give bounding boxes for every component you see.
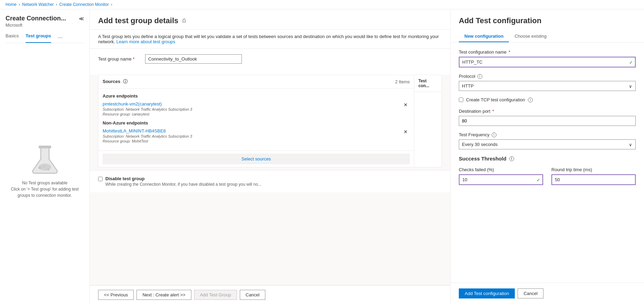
tabs: New configuration Choose existing <box>459 31 636 42</box>
sidebar-subtitle: Microsoft <box>6 23 84 28</box>
bottom-bar: << Previous Next : Create alert >> Add T… <box>90 285 450 304</box>
breadcrumb-create-connection-monitor[interactable]: Create Connection Monitor <box>59 2 109 7</box>
nav-test-groups[interactable]: Test groups <box>26 33 51 43</box>
right-panel-body: Test configuration name ✓ Protocol i HTT… <box>451 43 644 283</box>
endpoint-sub-2: Subscription: Network Traffic Analytics … <box>103 134 401 138</box>
test-config-panel: Test con... <box>414 75 442 167</box>
learn-more-link[interactable]: Learn more about test groups <box>116 39 176 44</box>
checks-failed-input[interactable] <box>459 174 543 185</box>
test-config-name-label: Test configuration name <box>459 49 636 55</box>
test-frequency-field: Test Frequency i Every 30 seconds Every … <box>459 132 636 149</box>
test-config-header: Test con... <box>414 75 442 92</box>
panel-description: A Test group lets you define a logical g… <box>90 30 450 49</box>
protocol-select[interactable]: HTTP TCP ICMP <box>459 81 636 91</box>
protocol-info-icon[interactable]: i <box>477 74 482 79</box>
cancel-btn[interactable]: Cancel <box>240 290 265 300</box>
right-cancel-btn[interactable]: Cancel <box>518 288 543 298</box>
checks-failed-checkmark: ✓ <box>537 177 540 182</box>
azure-endpoints-title: Azure endpoints <box>103 93 410 99</box>
endpoint-item-2: MohittestLA_MININT-HB4SBE8 Subscription:… <box>103 128 410 143</box>
success-threshold-info-icon[interactable]: i <box>509 156 514 161</box>
sidebar-illustration: No Test groups available Click on '+ Tes… <box>6 43 84 298</box>
endpoint-name-1[interactable]: pmtestchunk-vm2(canarytest) <box>103 101 401 107</box>
breadcrumb-network-watcher[interactable]: Network Watcher <box>22 2 54 7</box>
disable-desc: While creating the Connection Monitor, i… <box>105 182 262 187</box>
endpoint-sub-1: Subscription: Network Traffic Analytics … <box>103 107 401 111</box>
disable-checkbox[interactable] <box>98 177 103 181</box>
print-icon[interactable]: ⎙ <box>182 18 186 24</box>
sidebar-title-text: Create Connection... <box>6 15 66 22</box>
sources-content: Azure endpoints pmtestchunk-vm2(canaryte… <box>98 89 414 150</box>
next-btn[interactable]: Next : Create alert >> <box>136 290 191 300</box>
test-group-name-section: Test group name <box>90 49 450 75</box>
sources-header: Sources ⓘ 2 Items <box>98 75 414 89</box>
sidebar-empty-text: No Test groups available Click on '+ Tes… <box>11 180 78 199</box>
disable-area: Disable test group While creating the Co… <box>90 170 450 192</box>
svg-point-2 <box>38 166 41 169</box>
previous-btn[interactable]: << Previous <box>98 290 134 300</box>
checkmark-icon: ✓ <box>629 59 633 65</box>
destination-port-input[interactable] <box>459 116 636 126</box>
test-frequency-info-icon[interactable]: i <box>492 132 496 137</box>
test-frequency-select-wrapper: Every 30 seconds Every 1 minute Every 5 … <box>459 139 636 149</box>
columns-area: Sources ⓘ 2 Items Azure endpoints pmtest… <box>98 75 442 167</box>
right-panel-title: Add Test configuration <box>459 16 636 25</box>
tab-new-configuration[interactable]: New configuration <box>459 31 509 42</box>
endpoint-rg-2: Resource group: MohitTest <box>103 139 401 143</box>
test-group-name-label: Test group name <box>98 56 140 62</box>
protocol-label: Protocol i <box>459 74 636 79</box>
breadcrumb: Home › Network Watcher › Create Connecti… <box>0 0 644 9</box>
nav-more[interactable]: ... <box>58 33 63 43</box>
breadcrumb-home[interactable]: Home <box>6 2 17 7</box>
sidebar: Create Connection... ≪ Microsoft Basics … <box>0 9 90 304</box>
destination-port-field: Destination port <box>459 109 636 126</box>
test-frequency-select[interactable]: Every 30 seconds Every 1 minute Every 5 … <box>459 139 636 149</box>
disable-label[interactable]: Disable test group <box>105 176 144 181</box>
endpoint-rg-1: Resource group: canarytest <box>103 112 401 116</box>
test-frequency-label: Test Frequency i <box>459 132 636 137</box>
flask-icon <box>31 144 59 176</box>
test-config-label: Test con... <box>418 79 437 88</box>
svg-point-4 <box>43 165 45 167</box>
checks-failed-label: Checks failed (%) <box>459 167 543 172</box>
nav-basics[interactable]: Basics <box>6 33 19 43</box>
endpoint-item-1: pmtestchunk-vm2(canarytest) Subscription… <box>103 101 410 116</box>
endpoint-name-2[interactable]: MohittestLA_MININT-HB4SBE8 <box>103 128 401 133</box>
protocol-select-wrapper: HTTP TCP ICMP <box>459 81 636 91</box>
non-azure-endpoints-title: Non-Azure endpoints <box>103 120 410 126</box>
protocol-field: Protocol i HTTP TCP ICMP <box>459 74 636 91</box>
destination-port-label: Destination port <box>459 109 636 114</box>
remove-endpoint-1[interactable]: ✕ <box>401 101 410 108</box>
sources-panel: Sources ⓘ 2 Items Azure endpoints pmtest… <box>98 75 414 167</box>
checks-failed-field: Checks failed (%) ✓ <box>459 167 543 185</box>
select-sources-btn[interactable]: Select sources <box>103 154 410 164</box>
create-tcp-checkbox[interactable] <box>459 98 463 102</box>
sources-count: 2 Items <box>395 79 410 84</box>
success-threshold-title: Success Threshold i <box>459 156 636 162</box>
round-trip-input[interactable] <box>551 174 636 185</box>
round-trip-field: Round trip time (ms) <box>551 167 636 185</box>
create-tcp-row: Create TCP test configuration i <box>459 97 636 102</box>
tab-choose-existing[interactable]: Choose existing <box>509 31 552 42</box>
panel-title: Add test group details <box>98 16 178 25</box>
create-tcp-label[interactable]: Create TCP test configuration <box>466 97 525 102</box>
right-panel-header: Add Test configuration New configuration… <box>451 9 644 43</box>
svg-rect-0 <box>39 146 51 148</box>
test-group-name-input[interactable] <box>145 54 242 64</box>
center-panel: Add test group details ⎙ A Test group le… <box>90 9 451 304</box>
sidebar-nav: Basics Test groups ... <box>6 33 84 43</box>
remove-endpoint-2[interactable]: ✕ <box>401 128 410 135</box>
test-config-name-field: Test configuration name ✓ <box>459 49 636 67</box>
add-test-config-btn[interactable]: Add Test configuration <box>459 288 515 298</box>
threshold-fields: Checks failed (%) ✓ Round trip time (ms) <box>459 167 636 191</box>
right-panel-footer: Add Test configuration Cancel <box>451 283 644 304</box>
svg-point-3 <box>47 168 49 171</box>
sources-footer: Select sources <box>98 150 414 167</box>
collapse-icon[interactable]: ≪ <box>79 16 84 21</box>
create-tcp-info-icon[interactable]: i <box>528 98 533 102</box>
sources-label: Sources ⓘ <box>103 79 127 85</box>
sources-tooltip-icon[interactable]: ⓘ <box>123 79 127 84</box>
add-test-group-btn[interactable]: Add Test Group <box>194 290 237 300</box>
test-config-name-input[interactable] <box>459 57 636 67</box>
right-panel: Add Test configuration New configuration… <box>451 9 644 304</box>
